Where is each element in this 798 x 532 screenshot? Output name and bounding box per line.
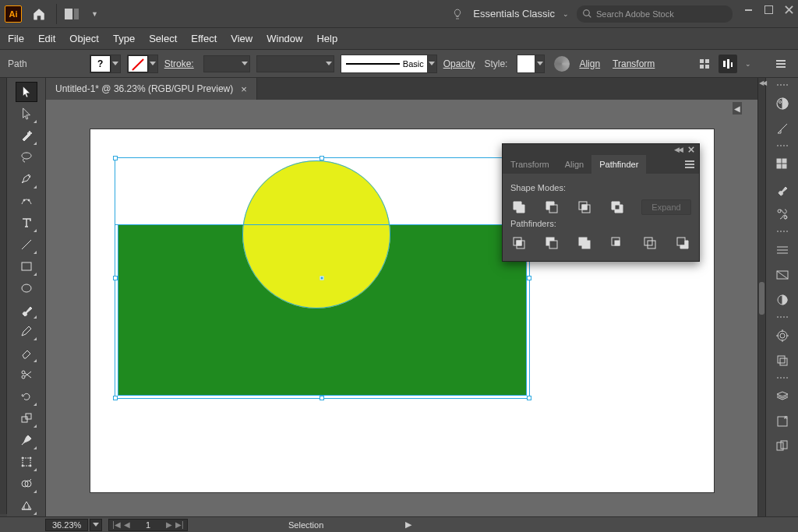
opacity-link[interactable]: Opacity	[443, 58, 475, 69]
layers-panel-icon[interactable]	[771, 385, 794, 408]
tab-pathfinder[interactable]: Pathfinder	[591, 155, 646, 174]
pathfinder-panel[interactable]: ◀◀ Transform Align Pathfinder Shape Mode…	[502, 143, 700, 262]
layout-switcher[interactable]	[65, 6, 88, 22]
transparency-panel-icon[interactable]	[771, 288, 794, 312]
zoom-dropdown[interactable]	[90, 519, 102, 531]
menu-window[interactable]: Window	[267, 33, 302, 44]
panel-menu-icon[interactable]	[772, 55, 790, 73]
scissors-tool[interactable]	[16, 365, 37, 385]
stroke-swatch[interactable]	[127, 55, 158, 73]
magic-wand-tool[interactable]	[16, 125, 37, 146]
type-tool[interactable]	[16, 213, 37, 233]
handle-w[interactable]	[113, 276, 118, 280]
panel-menu-icon[interactable]	[680, 155, 699, 174]
chevron-down-icon[interactable]: ▼	[91, 10, 98, 18]
scrollbar-thumb[interactable]	[759, 282, 764, 315]
last-artboard-icon[interactable]: ▶|	[175, 520, 184, 529]
right-collapse-strip[interactable]: ◀◀	[757, 78, 765, 516]
line-tool[interactable]	[16, 234, 37, 255]
stroke-profile[interactable]	[256, 55, 334, 72]
crop-icon[interactable]	[609, 234, 626, 252]
workspace-switcher[interactable]: Essentials Classic ⌄	[473, 8, 569, 19]
free-transform-tool[interactable]	[16, 452, 37, 472]
document-tab[interactable]: Untitled-1* @ 36.23% (RGB/GPU Preview) ×	[46, 78, 257, 100]
selection-center[interactable]	[320, 277, 324, 280]
search-input[interactable]: Search Adobe Stock	[577, 5, 733, 23]
handle-sw[interactable]	[113, 396, 118, 400]
maximize-button[interactable]	[764, 5, 773, 15]
direct-selection-tool[interactable]	[16, 104, 37, 124]
menu-edit[interactable]: Edit	[38, 33, 55, 44]
minus-back-icon[interactable]	[674, 234, 691, 252]
divide-icon[interactable]	[510, 234, 528, 252]
rotate-tool[interactable]	[16, 386, 37, 407]
color-panel-icon[interactable]	[771, 92, 794, 115]
graphic-styles-icon[interactable]	[771, 349, 794, 372]
swatches-panel-icon[interactable]	[771, 153, 794, 176]
lasso-tool[interactable]	[16, 147, 37, 167]
scale-tool[interactable]	[16, 408, 37, 428]
menu-view[interactable]: View	[231, 33, 252, 44]
menu-select[interactable]: Select	[149, 33, 177, 44]
tab-align[interactable]: Align	[557, 155, 591, 174]
menu-type[interactable]: Type	[113, 33, 135, 44]
handle-e[interactable]	[527, 276, 531, 280]
tab-transform[interactable]: Transform	[503, 155, 557, 174]
close-button[interactable]	[784, 5, 793, 15]
zoom-level[interactable]: 36.23%	[45, 519, 88, 531]
menu-help[interactable]: Help	[316, 33, 337, 44]
tip-icon[interactable]	[451, 8, 464, 20]
close-tab-icon[interactable]: ×	[241, 83, 247, 95]
tools-collapse-strip[interactable]	[0, 78, 7, 514]
asset-export-icon[interactable]	[771, 410, 794, 433]
status-play-icon[interactable]: ▶	[405, 520, 411, 530]
handle-n[interactable]	[320, 156, 324, 160]
ellipse-tool[interactable]	[16, 278, 37, 298]
fill-swatch[interactable]: ?	[90, 55, 121, 73]
collapse-panel-icon[interactable]: ◀◀	[674, 146, 682, 153]
merge-icon[interactable]	[576, 234, 593, 252]
transform-link[interactable]: Transform	[613, 58, 655, 69]
panel-titlebar[interactable]: ◀◀	[503, 144, 699, 155]
artboard-navigator[interactable]: |◀ ◀ 1 ▶ ▶|	[108, 519, 187, 531]
panel-collapse-icon[interactable]: ◀	[733, 102, 742, 115]
curvature-tool[interactable]	[16, 191, 37, 211]
artboard-number[interactable]: 1	[133, 520, 163, 530]
brushes-panel-icon[interactable]	[771, 178, 794, 201]
home-icon[interactable]	[30, 5, 48, 23]
paintbrush-tool[interactable]	[16, 300, 37, 320]
pencil-tool[interactable]	[16, 321, 37, 341]
selection-tool[interactable]	[16, 82, 37, 102]
chevron-down-icon[interactable]: ⌄	[745, 60, 751, 68]
menu-effect[interactable]: Effect	[191, 33, 217, 44]
unite-icon[interactable]	[510, 199, 528, 216]
width-tool[interactable]	[16, 430, 37, 450]
prev-artboard-icon[interactable]: ◀	[124, 520, 130, 529]
rectangle-tool[interactable]	[16, 256, 37, 277]
symbols-panel-icon[interactable]	[771, 203, 794, 226]
eraser-tool[interactable]	[16, 343, 37, 363]
handle-nw[interactable]	[113, 156, 118, 160]
first-artboard-icon[interactable]: |◀	[112, 520, 121, 529]
recolor-icon[interactable]	[554, 56, 570, 72]
minus-front-icon[interactable]	[543, 199, 560, 216]
artboards-panel-icon[interactable]	[771, 435, 794, 458]
menu-file[interactable]: File	[8, 33, 24, 44]
handle-se[interactable]	[527, 396, 531, 400]
trim-icon[interactable]	[543, 234, 560, 252]
selection-bounding-box[interactable]	[115, 157, 530, 399]
minimize-button[interactable]	[743, 5, 753, 15]
gradient-panel-icon[interactable]	[771, 263, 794, 287]
pen-tool[interactable]	[16, 169, 37, 189]
exclude-icon[interactable]	[609, 199, 626, 216]
next-artboard-icon[interactable]: ▶	[166, 520, 172, 529]
close-panel-icon[interactable]	[688, 145, 694, 154]
menu-object[interactable]: Object	[69, 33, 99, 44]
align-to-icon[interactable]	[719, 55, 737, 73]
brush-definition[interactable]: Basic	[341, 55, 437, 73]
align-link[interactable]: Align	[579, 58, 600, 69]
handle-s[interactable]	[320, 396, 324, 400]
color-guide-icon[interactable]	[771, 117, 794, 140]
isolate-icon[interactable]	[695, 55, 714, 73]
stroke-panel-icon[interactable]	[771, 238, 794, 262]
